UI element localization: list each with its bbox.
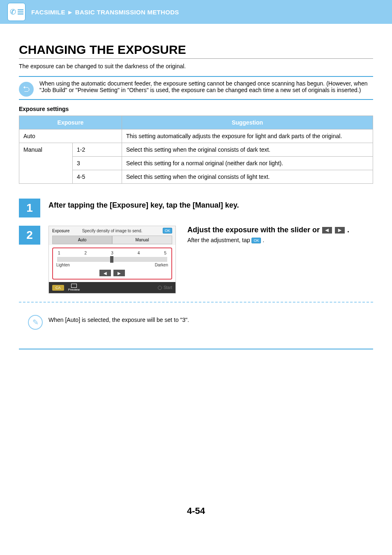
step-2-after: After the adjustment, tap OK . xyxy=(187,237,349,243)
cell-auto-sugg: This setting automatically adjusts the e… xyxy=(122,130,373,143)
breadcrumb-part-1: FACSIMILE xyxy=(31,9,65,16)
preview-label: Preview xyxy=(68,288,80,291)
exposure-table: Exposure Suggestion Auto This setting au… xyxy=(19,116,373,184)
start-button[interactable]: Start xyxy=(158,285,172,290)
breadcrumb-separator: ► xyxy=(67,9,73,16)
scale-4: 4 xyxy=(138,251,140,255)
step-1: 1 After tapping the [Exposure] key, tap … xyxy=(19,199,373,217)
info-callout: ⮌ When using the automatic document feed… xyxy=(19,76,373,100)
breadcrumb-part-2: BASIC TRANSMISSION METHODS xyxy=(75,9,179,16)
th-exposure: Exposure xyxy=(19,116,122,130)
dashed-separator xyxy=(19,302,373,303)
page-number: 4-54 xyxy=(19,506,373,533)
cell-manual-label: Manual xyxy=(19,143,73,184)
screen-slider-area: 1 2 3 4 5 Lighten Darken xyxy=(52,247,172,280)
cell-sugg-12: Select this setting when the original co… xyxy=(122,143,373,157)
info-callout-text: When using the automatic document feeder… xyxy=(39,79,373,93)
device-screenshot: Exposure Specify density of image to sen… xyxy=(48,226,176,294)
header-bar: ✆ FACSIMILE ► BASIC TRANSMISSION METHODS xyxy=(0,0,392,24)
pencil-icon: ✎ xyxy=(28,315,43,330)
scale-5: 5 xyxy=(164,251,166,255)
step-2-after-a: After the adjustment, tap xyxy=(187,237,251,243)
arrow-right-icon: ▶ xyxy=(335,227,345,234)
step-2-title-b: . xyxy=(347,226,349,234)
ca-button[interactable]: CA xyxy=(52,285,64,291)
step-2-after-b: . xyxy=(263,237,264,243)
page-content: CHANGING THE EXPOSURE The exposure can b… xyxy=(0,24,392,533)
screen-hint: Specify density of image to send. xyxy=(52,229,172,233)
scale-1: 1 xyxy=(58,251,60,255)
step-number-1: 1 xyxy=(19,199,40,217)
table-row: 3 Select this setting for a normal origi… xyxy=(19,157,373,170)
table-row: 4-5 Select this setting when the origina… xyxy=(19,170,373,184)
note-callout: ✎ When [Auto] is selected, the exposure … xyxy=(19,310,373,349)
start-label: Start xyxy=(164,285,172,290)
scale-2: 2 xyxy=(85,251,87,255)
exposure-slider[interactable] xyxy=(57,257,167,262)
table-row: Manual 1-2 Select this setting when the … xyxy=(19,143,373,157)
ok-icon: OK xyxy=(251,238,261,243)
step-number-2: 2 xyxy=(19,226,40,245)
cell-auto-label: Auto xyxy=(19,130,122,143)
cell-sugg-3: Select this setting for a normal origina… xyxy=(122,157,373,170)
steps: 1 After tapping the [Exposure] key, tap … xyxy=(19,199,373,294)
cell-range-3: 3 xyxy=(73,157,122,170)
page-title: CHANGING THE EXPOSURE xyxy=(19,43,373,59)
list-icon xyxy=(18,9,23,15)
screen-ok-button[interactable]: OK xyxy=(163,228,172,234)
table-title: Exposure settings xyxy=(19,106,373,112)
th-suggestion: Suggestion xyxy=(122,116,373,130)
step-2-title: Adjust the exposure with the slider or ◀… xyxy=(187,226,349,234)
screen-heading: Exposure xyxy=(52,229,69,233)
intro-text: The exposure can be changed to suit the … xyxy=(19,63,373,69)
tab-manual[interactable]: Manual xyxy=(112,236,172,244)
header-section-icon: ✆ xyxy=(7,3,25,21)
arrow-left-button[interactable]: ◀ xyxy=(99,270,111,276)
note-text: When [Auto] is selected, the exposure wi… xyxy=(48,312,189,323)
tab-auto[interactable]: Auto xyxy=(52,236,112,244)
phone-icon: ✆ xyxy=(10,7,16,16)
back-arrow-icon: ⮌ xyxy=(19,82,34,97)
preview-button[interactable]: Preview xyxy=(68,284,80,291)
cell-sugg-45: Select this setting when the original co… xyxy=(122,170,373,184)
step-1-title: After tapping the [Exposure] key, tap th… xyxy=(48,201,239,210)
breadcrumb: FACSIMILE ► BASIC TRANSMISSION METHODS xyxy=(31,9,179,16)
preview-icon xyxy=(71,284,77,288)
arrow-right-button[interactable]: ▶ xyxy=(113,270,125,276)
arrow-left-icon: ◀ xyxy=(322,227,332,234)
scale-3: 3 xyxy=(111,251,113,255)
start-icon xyxy=(158,286,162,290)
table-row: Auto This setting automatically adjusts … xyxy=(19,130,373,143)
label-lighten: Lighten xyxy=(56,263,70,267)
cell-range-12: 1-2 xyxy=(73,143,122,157)
step-2-title-a: Adjust the exposure with the slider or xyxy=(187,226,322,234)
cell-range-45: 4-5 xyxy=(73,170,122,184)
label-darken: Darken xyxy=(155,263,168,267)
step-2: 2 Exposure Specify density of image to s… xyxy=(19,226,373,294)
